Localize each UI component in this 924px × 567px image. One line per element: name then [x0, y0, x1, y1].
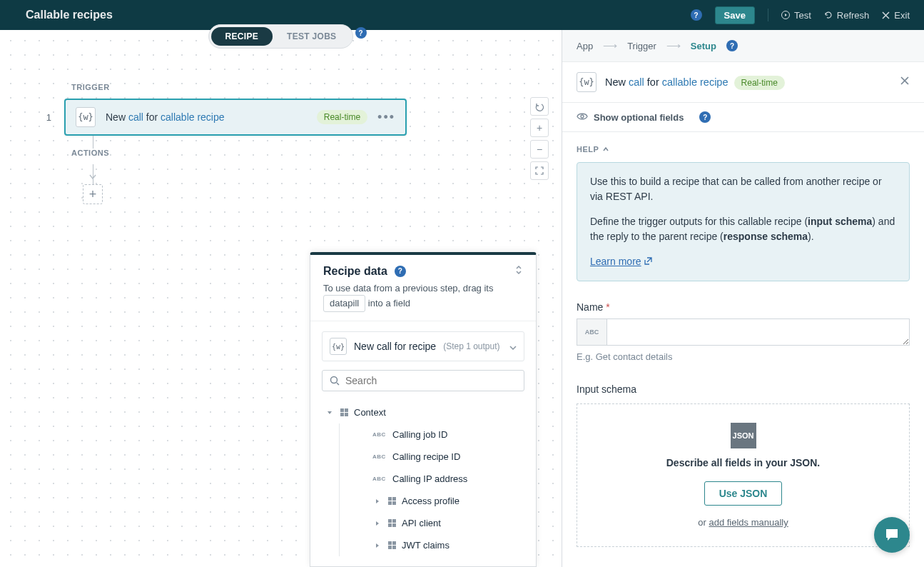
- breadcrumb: App ⟶ Trigger ⟶ Setup ?: [562, 30, 924, 62]
- recipe-data-help-icon[interactable]: ?: [395, 266, 406, 277]
- name-input-wrapper: ABC: [577, 318, 910, 346]
- trigger-card-text: New call for callable recipe: [106, 111, 307, 123]
- refresh-icon: [824, 11, 833, 19]
- workato-icon: {w}: [577, 72, 596, 92]
- zoom-out-button[interactable]: −: [530, 140, 549, 159]
- canvas-tools: + −: [530, 97, 549, 180]
- workato-icon: {w}: [76, 107, 96, 127]
- tree-node-context[interactable]: Context: [322, 401, 524, 423]
- arrow-right-icon: ⟶: [603, 40, 617, 51]
- view-tabs: RECIPE TEST JOBS: [208, 24, 354, 49]
- zoom-in-button[interactable]: +: [530, 119, 549, 137]
- step-number: 1: [43, 112, 51, 123]
- workato-icon: {w}: [330, 338, 347, 355]
- refresh-button[interactable]: Refresh: [824, 10, 870, 21]
- json-description: Describe all fields in your JSON.: [592, 457, 895, 468]
- tabs-help-icon[interactable]: ?: [355, 27, 367, 39]
- or-text: or add fields manually: [592, 517, 895, 528]
- object-icon: [388, 541, 396, 549]
- tree-node-calling-recipe-id[interactable]: ABC Calling recipe ID: [340, 446, 524, 468]
- app-header: Callable recipes ? Save Test Refresh Exi…: [0, 0, 924, 30]
- chat-fab[interactable]: [874, 517, 910, 553]
- datapill-chip: datapill: [323, 295, 365, 312]
- tree-node-access-profile[interactable]: Access profile: [340, 490, 524, 512]
- realtime-badge: Real-time: [734, 76, 785, 90]
- string-type-icon: ABC: [372, 453, 387, 460]
- object-icon: [340, 408, 348, 416]
- chevron-right-icon: [372, 518, 382, 528]
- divider: [768, 9, 768, 21]
- help-content: Use this to build a recipe that can be c…: [577, 162, 910, 281]
- name-input[interactable]: [607, 319, 909, 345]
- chat-icon: [883, 526, 900, 543]
- chevron-right-icon: [372, 541, 382, 551]
- page-title: Callable recipes: [26, 9, 113, 21]
- save-button[interactable]: Save: [715, 6, 755, 24]
- recipe-data-panel: Recipe data ? To use data from a previou…: [310, 252, 537, 567]
- panel-header-text: New call for callable recipe Real-time: [605, 76, 891, 88]
- tree-node-jwt-claims[interactable]: JWT claims: [340, 534, 524, 556]
- name-hint: E.g. Get contact details: [577, 351, 910, 362]
- input-schema-box: JSON Describe all fields in your JSON. U…: [577, 403, 910, 547]
- tree-node-calling-ip[interactable]: ABC Calling IP address: [340, 468, 524, 490]
- object-icon: [388, 497, 396, 505]
- help-icon[interactable]: ?: [691, 9, 702, 21]
- chevron-down-icon: [325, 408, 335, 418]
- panel-header: {w} New call for callable recipe Real-ti…: [562, 62, 924, 103]
- actions-section-label: ACTIONS: [71, 149, 497, 157]
- svg-point-1: [331, 377, 337, 383]
- breadcrumb-help-icon[interactable]: ?: [726, 40, 738, 51]
- play-icon: [781, 11, 790, 19]
- recipe-canvas[interactable]: RECIPE TEST JOBS ? + − TRIGGER 1 {w} New…: [0, 30, 562, 567]
- breadcrumb-setup[interactable]: Setup: [691, 41, 716, 51]
- undo-button[interactable]: [530, 97, 549, 116]
- header-actions: ? Save Test Refresh Exit: [691, 6, 910, 24]
- step-menu-button[interactable]: •••: [377, 110, 395, 125]
- tree-node-calling-job-id[interactable]: ABC Calling job ID: [340, 423, 524, 446]
- exit-button[interactable]: Exit: [882, 10, 910, 21]
- add-action-button[interactable]: +: [83, 184, 103, 204]
- eye-icon: [577, 112, 588, 123]
- name-field-label: Name *: [577, 301, 910, 313]
- close-icon: [882, 11, 890, 19]
- collapse-button[interactable]: [514, 265, 523, 277]
- use-json-button[interactable]: Use JSON: [704, 481, 783, 506]
- help-section-toggle[interactable]: HELP: [577, 145, 910, 154]
- search-input-wrapper: [322, 370, 524, 391]
- svg-point-2: [581, 115, 584, 118]
- string-type-icon: ABC: [372, 431, 387, 438]
- realtime-badge: Real-time: [317, 110, 367, 124]
- recipe-data-desc: To use data from a previous step, drag i…: [323, 282, 523, 312]
- string-type-icon: ABC: [577, 319, 607, 345]
- breadcrumb-trigger[interactable]: Trigger: [627, 41, 656, 51]
- search-icon: [330, 376, 340, 386]
- close-panel-button[interactable]: [900, 76, 910, 89]
- datapill-search-input[interactable]: [345, 375, 517, 386]
- input-schema-label: Input schema: [577, 383, 910, 395]
- json-icon: JSON: [731, 423, 756, 448]
- external-link-icon: [644, 254, 652, 269]
- fit-button[interactable]: [530, 161, 549, 180]
- tree-node-api-client[interactable]: API client: [340, 512, 524, 534]
- optional-fields-help-icon[interactable]: ?: [699, 111, 711, 123]
- chevron-down-icon: [509, 341, 517, 352]
- step-output-selector[interactable]: {w} New call for recipe (Step 1 output): [322, 331, 524, 361]
- test-button[interactable]: Test: [781, 10, 811, 21]
- config-sidebar: App ⟶ Trigger ⟶ Setup ? {w} New call for…: [562, 30, 924, 567]
- tab-test-jobs[interactable]: TEST JOBS: [273, 27, 350, 46]
- show-optional-fields-toggle[interactable]: Show optional fields ?: [562, 103, 924, 132]
- tab-recipe[interactable]: RECIPE: [211, 27, 273, 46]
- object-icon: [388, 519, 396, 527]
- breadcrumb-app[interactable]: App: [577, 41, 593, 51]
- arrow-right-icon: ⟶: [666, 40, 681, 51]
- recipe-data-title: Recipe data: [323, 265, 387, 278]
- chevron-up-icon: [603, 147, 609, 151]
- trigger-section-label: TRIGGER: [71, 83, 497, 91]
- string-type-icon: ABC: [372, 476, 387, 482]
- add-fields-manually-link[interactable]: add fields manually: [709, 517, 788, 528]
- learn-more-link[interactable]: Learn more: [590, 256, 652, 267]
- chevron-right-icon: [372, 496, 382, 506]
- trigger-step-card[interactable]: {w} New call for callable recipe Real-ti…: [64, 99, 407, 136]
